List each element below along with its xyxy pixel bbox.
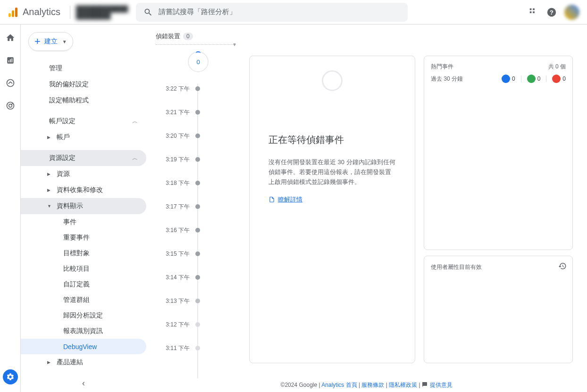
user-properties-panel: 使用者屬性目前有效 — [424, 256, 573, 363]
timeline-time: 3:13 下午 — [156, 297, 190, 305]
timeline-row[interactable]: 3:19 下午 — [156, 148, 241, 171]
help-icon[interactable]: ? — [546, 7, 557, 17]
home-icon[interactable] — [5, 32, 16, 43]
left-rail — [0, 25, 21, 392]
plus-icon: + — [34, 35, 41, 48]
chevron-down-icon: ▼ — [62, 39, 67, 44]
user-props-title: 使用者屬性目前有效 — [431, 264, 482, 270]
waiting-card: 正在等待偵錯事件 沒有任何開發裝置在最近 30 分鐘內記錄到任何偵錯事件。若要使… — [249, 56, 415, 363]
sidebar-item-manage[interactable]: 管理 — [21, 60, 146, 76]
sidebar-item-product-links[interactable]: ▶ 產品連結 — [21, 354, 146, 370]
document-icon — [268, 196, 275, 203]
timeline-row[interactable]: 3:12 下午 — [156, 313, 241, 336]
timeline-row[interactable]: 3:11 下午 — [156, 336, 241, 360]
svg-rect-3 — [530, 8, 532, 10]
sidebar-item-prefs[interactable]: 我的偏好設定 — [21, 76, 146, 92]
create-button[interactable]: + 建立 ▼ — [28, 32, 73, 51]
timeline-row[interactable]: 3:18 下午 — [156, 171, 241, 195]
search-input[interactable]: 請嘗試搜尋「路徑分析」 — [136, 3, 408, 22]
sidebar-item-attribution[interactable]: 歸因分析設定 — [21, 308, 146, 323]
timeline-dot — [195, 275, 200, 280]
timeline-row[interactable]: 3:14 下午 — [156, 266, 241, 289]
timeline-row[interactable]: 3:22 下午 — [156, 77, 241, 100]
timeline-time: 3:21 下午 — [156, 108, 190, 117]
timeline-time: 3:22 下午 — [156, 85, 190, 93]
main-content: 偵錯裝置 0 ▼ 0 3:22 下午3:21 下午3:20 下午3:19 下午3… — [146, 25, 587, 392]
timeline-dot — [195, 86, 200, 91]
search-placeholder: 請嘗試搜尋「路徑分析」 — [159, 8, 236, 17]
sidebar-item-audiences[interactable]: 目標對象 — [21, 245, 146, 261]
sidebar-item-key-events[interactable]: 重要事件 — [21, 230, 146, 245]
timeline-row[interactable]: 3:16 下午 — [156, 218, 241, 242]
sidebar-item-events[interactable]: 事件 — [21, 214, 146, 230]
footer-privacy-link[interactable]: 隱私權政策 — [389, 382, 417, 388]
sidebar-item-data-display[interactable]: ▼ 資料顯示 — [21, 198, 146, 214]
timeline-handle[interactable]: ▼ — [156, 44, 236, 45]
footer-feedback-link[interactable]: 提供意見 — [430, 382, 453, 388]
svg-rect-11 — [10, 59, 11, 63]
advertising-icon[interactable] — [5, 100, 16, 111]
svg-rect-2 — [15, 8, 17, 17]
timeline-row[interactable]: 3:17 下午 — [156, 195, 241, 218]
timeline-dot — [195, 157, 200, 162]
waiting-title: 正在等待偵錯事件 — [268, 133, 396, 146]
caret-right-icon: ▶ — [47, 360, 50, 365]
timeline-time: 3:20 下午 — [156, 132, 190, 140]
logo[interactable]: Analytics — [8, 7, 60, 18]
learn-more-link[interactable]: 瞭解詳情 — [268, 195, 396, 204]
spinner-icon — [322, 70, 343, 91]
debug-device-bar[interactable]: 偵錯裝置 0 — [156, 32, 578, 41]
sidebar-item-custom-def[interactable]: 自訂定義 — [21, 276, 146, 292]
reports-icon[interactable] — [5, 55, 16, 66]
explore-icon[interactable] — [5, 77, 16, 89]
divider — [70, 6, 70, 19]
timeline-time: 3:12 下午 — [156, 321, 190, 329]
timeline-time: 3:11 下午 — [156, 344, 190, 352]
sidebar-item-property[interactable]: ▶ 資源 — [21, 166, 146, 182]
sidebar-item-reporting-identity[interactable]: 報表識別資訊 — [21, 323, 146, 339]
apps-icon[interactable] — [528, 7, 539, 17]
caret-right-icon: ▶ — [47, 135, 50, 140]
sidebar-section-account-settings[interactable]: 帳戶設定 ︿ — [21, 113, 146, 129]
timeline: ▼ 0 3:22 下午3:21 下午3:20 下午3:19 下午3:18 下午3… — [156, 42, 241, 378]
sidebar-item-debugview[interactable]: DebugView — [21, 339, 146, 354]
avatar[interactable] — [564, 5, 579, 20]
history-icon[interactable] — [558, 262, 567, 270]
timeline-dot — [195, 133, 200, 138]
timeline-row[interactable]: 3:13 下午 — [156, 289, 241, 313]
caret-right-icon: ▶ — [47, 188, 50, 192]
last-30-label: 過去 30 分鐘 — [431, 75, 463, 83]
sidebar-item-setup-assist[interactable]: 設定輔助程式 — [21, 92, 146, 108]
sidebar-item-comparisons[interactable]: 比較項目 — [21, 261, 146, 276]
footer-home-link[interactable]: Analytics 首頁 — [321, 382, 357, 388]
timeline-time: 3:18 下午 — [156, 179, 190, 187]
caret-down-icon: ▼ — [47, 204, 51, 209]
header-icons: ? — [528, 5, 579, 20]
timeline-dot — [195, 251, 200, 256]
footer-tos-link[interactable]: 服務條款 — [361, 382, 384, 388]
timeline-time: 3:17 下午 — [156, 203, 190, 211]
timeline-row[interactable]: 3:21 下午 — [156, 100, 241, 124]
timeline-dot — [195, 299, 200, 303]
admin-gear-button[interactable] — [3, 369, 18, 384]
property-selector[interactable]: ████████████████████ — [76, 5, 128, 19]
timeline-dot — [195, 181, 200, 185]
event-tag-green: 0 — [527, 75, 541, 83]
timeline-row[interactable]: 3:15 下午 — [156, 242, 241, 266]
collapse-sidebar-button[interactable]: ‹ — [82, 378, 85, 388]
chevron-up-icon: ︿ — [132, 117, 138, 125]
svg-rect-0 — [8, 13, 11, 17]
svg-rect-10 — [8, 60, 9, 62]
svg-rect-1 — [12, 10, 14, 17]
sidebar-item-account[interactable]: ▶ 帳戶 — [21, 129, 146, 145]
timeline-dot — [195, 204, 200, 209]
top-events-panel: 熱門事件 共 0 個 過去 30 分鐘 0 0 0 — [424, 56, 573, 250]
sidebar-item-channel-groups[interactable]: 管道群組 — [21, 292, 146, 308]
timeline-row[interactable]: 3:20 下午 — [156, 124, 241, 148]
svg-rect-4 — [533, 8, 535, 10]
top-events-total: 共 0 個 — [548, 63, 566, 71]
svg-point-13 — [7, 80, 14, 87]
sidebar-section-property-settings[interactable]: 資源設定 ︿ — [21, 150, 146, 166]
sidebar-item-data-collection[interactable]: ▶ 資料收集和修改 — [21, 182, 146, 198]
search-icon — [143, 8, 153, 17]
